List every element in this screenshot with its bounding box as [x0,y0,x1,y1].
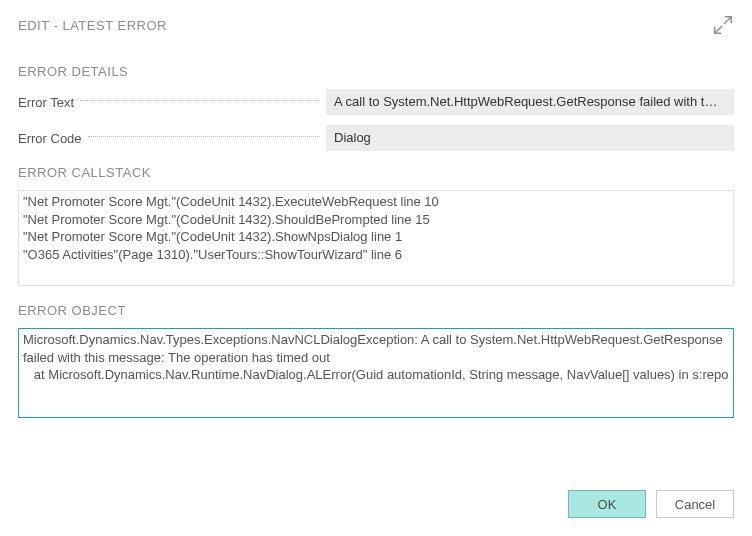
dialog-header: EDIT - LATEST ERROR [18,14,734,36]
callstack-textarea[interactable] [18,190,734,286]
error-object-textarea[interactable] [18,328,734,418]
svg-line-0 [724,17,731,24]
page-title: EDIT - LATEST ERROR [18,18,167,33]
dotted-leader [80,100,320,101]
error-details-section: ERROR DETAILS Error Text A call to Syste… [18,64,734,151]
dialog-footer: OK Cancel [568,490,734,518]
ok-button[interactable]: OK [568,490,646,518]
error-callstack-section: ERROR CALLSTACK [18,165,734,289]
error-object-section: ERROR OBJECT [18,303,734,421]
svg-line-1 [715,26,722,33]
field-error-text: Error Text A call to System.Net.HttpWebR… [18,89,734,115]
label-error-text: Error Text [18,95,74,110]
value-error-text[interactable]: A call to System.Net.HttpWebRequest.GetR… [326,89,734,115]
section-title-error-details: ERROR DETAILS [18,64,734,79]
value-error-code[interactable]: Dialog [326,125,734,151]
section-title-error-object: ERROR OBJECT [18,303,734,318]
label-error-code: Error Code [18,131,82,146]
section-title-callstack: ERROR CALLSTACK [18,165,734,180]
cancel-button[interactable]: Cancel [656,490,734,518]
field-error-code: Error Code Dialog [18,125,734,151]
expand-icon[interactable] [712,14,734,36]
dotted-leader [88,136,320,137]
